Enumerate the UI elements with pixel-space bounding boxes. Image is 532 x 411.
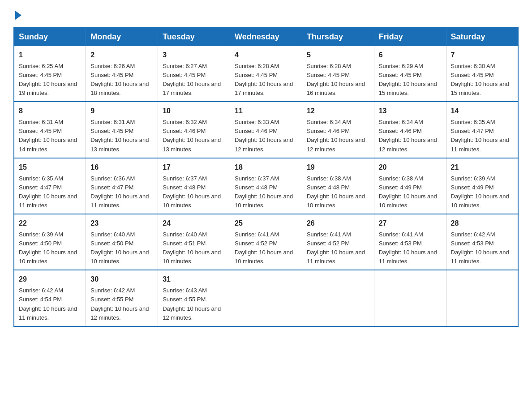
- weekday-header-row: SundayMondayTuesdayWednesdayThursdayFrid…: [14, 27, 518, 46]
- day-number: 20: [379, 162, 442, 173]
- calendar-cell: 4Sunrise: 6:28 AMSunset: 4:45 PMDaylight…: [230, 46, 302, 102]
- day-info: Sunrise: 6:42 AMSunset: 4:55 PMDaylight:…: [90, 287, 149, 321]
- day-number: 10: [163, 106, 225, 117]
- calendar-cell: 9Sunrise: 6:31 AMSunset: 4:45 PMDaylight…: [86, 102, 158, 158]
- calendar-week-row: 1Sunrise: 6:25 AMSunset: 4:45 PMDaylight…: [14, 46, 518, 102]
- day-number: 21: [451, 162, 513, 173]
- day-info: Sunrise: 6:37 AMSunset: 4:48 PMDaylight:…: [235, 175, 293, 209]
- calendar-cell: 28Sunrise: 6:42 AMSunset: 4:53 PMDayligh…: [446, 214, 518, 270]
- day-info: Sunrise: 6:32 AMSunset: 4:46 PMDaylight:…: [163, 119, 221, 152]
- day-info: Sunrise: 6:27 AMSunset: 4:45 PMDaylight:…: [163, 63, 221, 96]
- day-info: Sunrise: 6:34 AMSunset: 4:46 PMDaylight:…: [307, 119, 365, 152]
- day-number: 29: [19, 274, 81, 285]
- calendar-cell: 21Sunrise: 6:39 AMSunset: 4:49 PMDayligh…: [446, 158, 518, 214]
- day-number: 18: [235, 162, 297, 173]
- calendar-week-row: 15Sunrise: 6:35 AMSunset: 4:47 PMDayligh…: [14, 158, 518, 214]
- day-info: Sunrise: 6:36 AMSunset: 4:47 PMDaylight:…: [90, 175, 149, 209]
- page-header: [13, 9, 519, 18]
- day-number: 6: [379, 50, 442, 61]
- calendar-cell: 7Sunrise: 6:30 AMSunset: 4:45 PMDaylight…: [446, 46, 518, 102]
- weekday-header-tuesday: Tuesday: [158, 27, 230, 46]
- day-number: 28: [451, 218, 513, 229]
- calendar-cell: [230, 270, 302, 326]
- weekday-header-wednesday: Wednesday: [230, 27, 302, 46]
- day-number: 30: [90, 274, 153, 285]
- day-number: 12: [307, 106, 369, 117]
- calendar-cell: 27Sunrise: 6:41 AMSunset: 4:53 PMDayligh…: [374, 214, 446, 270]
- day-info: Sunrise: 6:42 AMSunset: 4:54 PMDaylight:…: [19, 287, 77, 321]
- day-info: Sunrise: 6:34 AMSunset: 4:46 PMDaylight:…: [379, 119, 437, 152]
- calendar-cell: 22Sunrise: 6:39 AMSunset: 4:50 PMDayligh…: [14, 214, 86, 270]
- day-info: Sunrise: 6:26 AMSunset: 4:45 PMDaylight:…: [90, 63, 149, 96]
- day-number: 3: [163, 50, 225, 61]
- day-info: Sunrise: 6:37 AMSunset: 4:48 PMDaylight:…: [163, 175, 221, 209]
- day-info: Sunrise: 6:41 AMSunset: 4:53 PMDaylight:…: [379, 231, 437, 265]
- calendar-cell: 13Sunrise: 6:34 AMSunset: 4:46 PMDayligh…: [374, 102, 446, 158]
- day-number: 16: [90, 162, 153, 173]
- calendar-cell: 12Sunrise: 6:34 AMSunset: 4:46 PMDayligh…: [302, 102, 374, 158]
- day-info: Sunrise: 6:38 AMSunset: 4:48 PMDaylight:…: [307, 175, 365, 209]
- calendar-cell: 31Sunrise: 6:43 AMSunset: 4:55 PMDayligh…: [158, 270, 230, 326]
- day-info: Sunrise: 6:35 AMSunset: 4:47 PMDaylight:…: [19, 175, 77, 209]
- calendar-cell: 1Sunrise: 6:25 AMSunset: 4:45 PMDaylight…: [14, 46, 86, 102]
- day-info: Sunrise: 6:31 AMSunset: 4:45 PMDaylight:…: [19, 119, 77, 152]
- day-info: Sunrise: 6:39 AMSunset: 4:49 PMDaylight:…: [451, 175, 509, 209]
- day-info: Sunrise: 6:40 AMSunset: 4:51 PMDaylight:…: [163, 231, 221, 265]
- weekday-header-sunday: Sunday: [14, 27, 86, 46]
- logo-triangle-icon: [15, 11, 21, 20]
- day-number: 24: [163, 218, 225, 229]
- calendar-cell: 18Sunrise: 6:37 AMSunset: 4:48 PMDayligh…: [230, 158, 302, 214]
- calendar-week-row: 22Sunrise: 6:39 AMSunset: 4:50 PMDayligh…: [14, 214, 518, 270]
- day-info: Sunrise: 6:39 AMSunset: 4:50 PMDaylight:…: [19, 231, 77, 265]
- day-number: 4: [235, 50, 297, 61]
- calendar-cell: [374, 270, 446, 326]
- day-number: 13: [379, 106, 442, 117]
- calendar-cell: 25Sunrise: 6:41 AMSunset: 4:52 PMDayligh…: [230, 214, 302, 270]
- weekday-header-thursday: Thursday: [302, 27, 374, 46]
- day-number: 31: [163, 274, 225, 285]
- calendar-week-row: 8Sunrise: 6:31 AMSunset: 4:45 PMDaylight…: [14, 102, 518, 158]
- calendar-cell: 3Sunrise: 6:27 AMSunset: 4:45 PMDaylight…: [158, 46, 230, 102]
- calendar-cell: 23Sunrise: 6:40 AMSunset: 4:50 PMDayligh…: [86, 214, 158, 270]
- day-info: Sunrise: 6:41 AMSunset: 4:52 PMDaylight:…: [307, 231, 365, 265]
- day-info: Sunrise: 6:38 AMSunset: 4:49 PMDaylight:…: [379, 175, 437, 209]
- day-number: 11: [235, 106, 297, 117]
- day-info: Sunrise: 6:40 AMSunset: 4:50 PMDaylight:…: [90, 231, 149, 265]
- day-info: Sunrise: 6:41 AMSunset: 4:52 PMDaylight:…: [235, 231, 293, 265]
- weekday-header-saturday: Saturday: [446, 27, 518, 46]
- day-info: Sunrise: 6:35 AMSunset: 4:47 PMDaylight:…: [451, 119, 509, 152]
- day-number: 22: [19, 218, 81, 229]
- day-info: Sunrise: 6:28 AMSunset: 4:45 PMDaylight:…: [307, 63, 365, 96]
- calendar-cell: 2Sunrise: 6:26 AMSunset: 4:45 PMDaylight…: [86, 46, 158, 102]
- day-number: 17: [163, 162, 225, 173]
- day-number: 2: [90, 50, 153, 61]
- day-info: Sunrise: 6:33 AMSunset: 4:46 PMDaylight:…: [235, 119, 293, 152]
- day-info: Sunrise: 6:28 AMSunset: 4:45 PMDaylight:…: [235, 63, 293, 96]
- day-number: 9: [90, 106, 153, 117]
- day-info: Sunrise: 6:43 AMSunset: 4:55 PMDaylight:…: [163, 287, 221, 321]
- weekday-header-friday: Friday: [374, 27, 446, 46]
- calendar-cell: 6Sunrise: 6:29 AMSunset: 4:45 PMDaylight…: [374, 46, 446, 102]
- day-number: 5: [307, 50, 369, 61]
- day-info: Sunrise: 6:31 AMSunset: 4:45 PMDaylight:…: [90, 119, 149, 152]
- day-info: Sunrise: 6:29 AMSunset: 4:45 PMDaylight:…: [379, 63, 437, 96]
- calendar-cell: 29Sunrise: 6:42 AMSunset: 4:54 PMDayligh…: [14, 270, 86, 326]
- calendar-table: SundayMondayTuesdayWednesdayThursdayFrid…: [13, 27, 519, 327]
- day-number: 25: [235, 218, 297, 229]
- calendar-cell: 10Sunrise: 6:32 AMSunset: 4:46 PMDayligh…: [158, 102, 230, 158]
- calendar-cell: 15Sunrise: 6:35 AMSunset: 4:47 PMDayligh…: [14, 158, 86, 214]
- calendar-cell: [446, 270, 518, 326]
- day-number: 19: [307, 162, 369, 173]
- day-number: 7: [451, 50, 513, 61]
- day-info: Sunrise: 6:25 AMSunset: 4:45 PMDaylight:…: [19, 63, 77, 96]
- calendar-cell: 20Sunrise: 6:38 AMSunset: 4:49 PMDayligh…: [374, 158, 446, 214]
- day-number: 23: [90, 218, 153, 229]
- calendar-cell: 5Sunrise: 6:28 AMSunset: 4:45 PMDaylight…: [302, 46, 374, 102]
- calendar-cell: 26Sunrise: 6:41 AMSunset: 4:52 PMDayligh…: [302, 214, 374, 270]
- day-number: 8: [19, 106, 81, 117]
- day-info: Sunrise: 6:42 AMSunset: 4:53 PMDaylight:…: [451, 231, 509, 265]
- calendar-cell: 16Sunrise: 6:36 AMSunset: 4:47 PMDayligh…: [86, 158, 158, 214]
- calendar-cell: 30Sunrise: 6:42 AMSunset: 4:55 PMDayligh…: [86, 270, 158, 326]
- logo: [13, 9, 21, 18]
- day-number: 26: [307, 218, 369, 229]
